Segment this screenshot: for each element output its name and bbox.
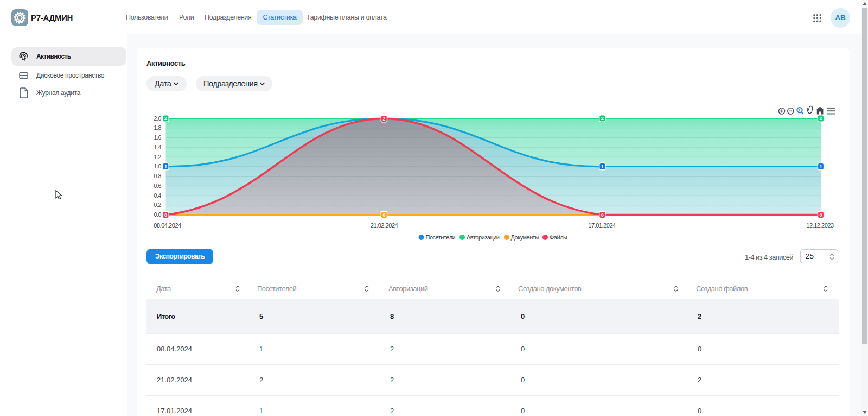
svg-text:0: 0: [382, 212, 385, 218]
svg-text:2.0: 2.0: [154, 115, 162, 122]
svg-text:Файлы: Файлы: [550, 234, 567, 241]
svg-text:0.0: 0.0: [154, 211, 162, 218]
svg-text:0.2: 0.2: [154, 201, 162, 208]
svg-text:1.0: 1.0: [154, 163, 162, 169]
svg-text:17.01.2024: 17.01.2024: [588, 222, 616, 229]
svg-text:2: 2: [164, 116, 167, 121]
svg-text:0.4: 0.4: [154, 192, 162, 199]
svg-text:12.12.2023: 12.12.2023: [806, 222, 834, 229]
svg-text:0: 0: [601, 212, 604, 218]
svg-text:0.8: 0.8: [154, 173, 162, 179]
svg-text:Авторизации: Авторизации: [467, 234, 500, 241]
svg-text:2: 2: [601, 116, 604, 121]
svg-text:0: 0: [819, 212, 822, 218]
svg-text:1: 1: [819, 164, 822, 169]
svg-text:2: 2: [382, 116, 385, 122]
svg-text:0.6: 0.6: [154, 182, 162, 189]
svg-text:0: 0: [164, 212, 167, 218]
svg-text:2: 2: [819, 116, 822, 121]
svg-text:Посетители: Посетители: [426, 234, 456, 241]
svg-text:21.02.2024: 21.02.2024: [371, 222, 398, 229]
svg-text:1: 1: [164, 164, 167, 169]
svg-text:1.6: 1.6: [154, 134, 162, 141]
svg-text:08.04.2024: 08.04.2024: [154, 222, 181, 229]
svg-text:1: 1: [601, 164, 604, 169]
svg-text:1.8: 1.8: [154, 124, 162, 131]
svg-text:1.4: 1.4: [154, 144, 162, 150]
svg-text:1.2: 1.2: [154, 154, 162, 160]
svg-text:Документы: Документы: [511, 234, 540, 241]
